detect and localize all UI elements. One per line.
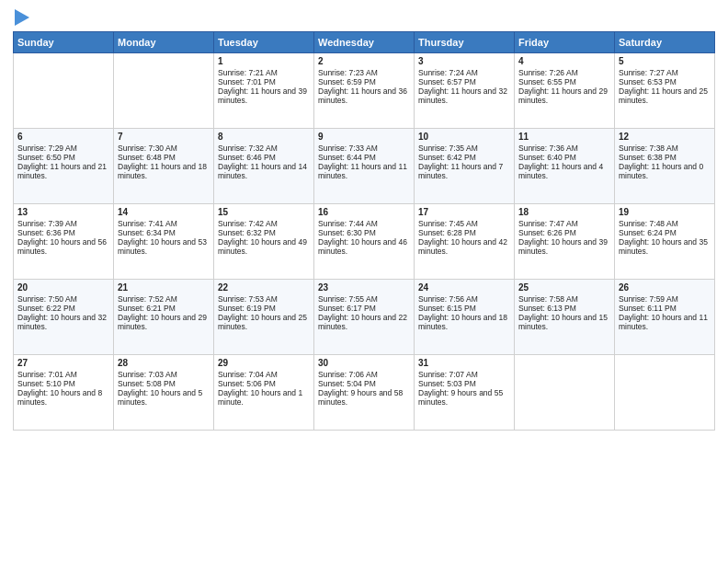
- daylight-text: Daylight: 10 hours and 35 minutes.: [619, 237, 708, 256]
- daylight-text: Daylight: 11 hours and 18 minutes.: [118, 162, 207, 180]
- day-number: 11: [518, 132, 610, 142]
- header-cell-tuesday: Tuesday: [214, 32, 314, 53]
- daylight-text: Daylight: 11 hours and 32 minutes.: [418, 86, 507, 105]
- sunrise-text: Sunrise: 7:23 AM: [318, 68, 378, 77]
- sunset-text: Sunset: 5:06 PM: [218, 379, 276, 388]
- day-cell: 7Sunrise: 7:30 AMSunset: 6:48 PMDaylight…: [114, 129, 214, 204]
- daylight-text: Daylight: 11 hours and 4 minutes.: [518, 162, 603, 180]
- day-cell: 30Sunrise: 7:06 AMSunset: 5:04 PMDayligh…: [314, 355, 415, 431]
- page: SundayMondayTuesdayWednesdayThursdayFrid…: [0, 0, 728, 563]
- sunset-text: Sunset: 5:04 PM: [318, 379, 376, 388]
- sunrise-text: Sunrise: 7:47 AM: [518, 219, 578, 228]
- calendar-table: SundayMondayTuesdayWednesdayThursdayFrid…: [13, 31, 715, 431]
- day-cell: 24Sunrise: 7:56 AMSunset: 6:15 PMDayligh…: [415, 280, 515, 355]
- sunset-text: Sunset: 6:26 PM: [518, 228, 576, 237]
- day-cell: 21Sunrise: 7:52 AMSunset: 6:21 PMDayligh…: [114, 280, 214, 355]
- sunrise-text: Sunrise: 7:52 AM: [118, 294, 177, 304]
- sunset-text: Sunset: 6:50 PM: [17, 153, 75, 162]
- header-cell-friday: Friday: [515, 32, 615, 53]
- daylight-text: Daylight: 11 hours and 29 minutes.: [518, 86, 608, 105]
- week-row-3: 13Sunrise: 7:39 AMSunset: 6:36 PMDayligh…: [14, 204, 715, 280]
- day-number: 10: [418, 132, 510, 142]
- day-cell: 29Sunrise: 7:04 AMSunset: 5:06 PMDayligh…: [214, 355, 314, 431]
- sunrise-text: Sunrise: 7:38 AM: [619, 144, 678, 153]
- daylight-text: Daylight: 11 hours and 39 minutes.: [218, 86, 307, 105]
- day-cell: 22Sunrise: 7:53 AMSunset: 6:19 PMDayligh…: [214, 280, 314, 355]
- day-number: 29: [218, 358, 310, 368]
- sunset-text: Sunset: 5:08 PM: [118, 379, 176, 388]
- daylight-text: Daylight: 10 hours and 39 minutes.: [518, 237, 608, 256]
- sunrise-text: Sunrise: 7:24 AM: [418, 68, 478, 77]
- day-cell: 6Sunrise: 7:29 AMSunset: 6:50 PMDaylight…: [14, 129, 114, 204]
- sunrise-text: Sunrise: 7:21 AM: [218, 68, 278, 77]
- daylight-text: Daylight: 11 hours and 7 minutes.: [418, 162, 503, 180]
- day-number: 27: [17, 358, 109, 368]
- sunrise-text: Sunrise: 7:07 AM: [418, 370, 478, 379]
- day-cell: 18Sunrise: 7:47 AMSunset: 6:26 PMDayligh…: [515, 204, 615, 280]
- daylight-text: Daylight: 10 hours and 49 minutes.: [218, 237, 307, 256]
- day-number: 31: [418, 358, 510, 368]
- day-cell: 19Sunrise: 7:48 AMSunset: 6:24 PMDayligh…: [615, 204, 715, 280]
- sunset-text: Sunset: 6:36 PM: [17, 228, 75, 237]
- day-cell: 20Sunrise: 7:50 AMSunset: 6:22 PMDayligh…: [14, 280, 114, 355]
- sunrise-text: Sunrise: 7:56 AM: [418, 294, 478, 304]
- sunset-text: Sunset: 6:48 PM: [118, 153, 176, 162]
- day-number: 14: [118, 207, 210, 217]
- day-cell: [14, 53, 114, 129]
- sunrise-text: Sunrise: 7:41 AM: [118, 219, 177, 228]
- sunrise-text: Sunrise: 7:06 AM: [318, 370, 378, 379]
- daylight-text: Daylight: 10 hours and 18 minutes.: [418, 313, 507, 331]
- sunrise-text: Sunrise: 7:33 AM: [318, 144, 378, 153]
- daylight-text: Daylight: 11 hours and 25 minutes.: [619, 86, 708, 105]
- day-number: 6: [17, 132, 109, 142]
- day-cell: [615, 355, 715, 431]
- week-row-1: 1Sunrise: 7:21 AMSunset: 7:01 PMDaylight…: [14, 53, 715, 129]
- day-cell: [114, 53, 214, 129]
- day-number: 24: [418, 282, 510, 293]
- week-row-2: 6Sunrise: 7:29 AMSunset: 6:50 PMDaylight…: [14, 129, 715, 204]
- sunrise-text: Sunrise: 7:58 AM: [518, 294, 578, 304]
- day-number: 30: [318, 358, 410, 368]
- sunrise-text: Sunrise: 7:03 AM: [118, 370, 177, 379]
- sunrise-text: Sunrise: 7:01 AM: [17, 370, 77, 379]
- day-cell: 14Sunrise: 7:41 AMSunset: 6:34 PMDayligh…: [114, 204, 214, 280]
- daylight-text: Daylight: 10 hours and 29 minutes.: [118, 313, 207, 331]
- sunset-text: Sunset: 6:19 PM: [218, 304, 276, 313]
- day-cell: 23Sunrise: 7:55 AMSunset: 6:17 PMDayligh…: [314, 280, 415, 355]
- day-number: 8: [218, 132, 310, 142]
- day-number: 15: [218, 207, 310, 217]
- daylight-text: Daylight: 11 hours and 36 minutes.: [318, 86, 407, 105]
- sunset-text: Sunset: 6:38 PM: [619, 153, 677, 162]
- header: [13, 9, 715, 26]
- sunset-text: Sunset: 6:57 PM: [418, 77, 476, 86]
- header-cell-saturday: Saturday: [615, 32, 715, 53]
- day-number: 26: [619, 282, 711, 293]
- day-number: 12: [619, 132, 711, 142]
- header-cell-thursday: Thursday: [415, 32, 515, 53]
- sunrise-text: Sunrise: 7:39 AM: [17, 219, 77, 228]
- day-number: 5: [619, 56, 711, 66]
- logo: [13, 9, 29, 26]
- sunrise-text: Sunrise: 7:30 AM: [118, 144, 177, 153]
- day-number: 3: [418, 56, 510, 66]
- sunset-text: Sunset: 5:10 PM: [17, 379, 75, 388]
- daylight-text: Daylight: 10 hours and 42 minutes.: [418, 237, 507, 256]
- day-number: 28: [118, 358, 210, 368]
- day-number: 7: [118, 132, 210, 142]
- daylight-text: Daylight: 10 hours and 22 minutes.: [318, 313, 407, 331]
- daylight-text: Daylight: 11 hours and 14 minutes.: [218, 162, 307, 180]
- daylight-text: Daylight: 10 hours and 8 minutes.: [17, 388, 102, 407]
- day-number: 9: [318, 132, 410, 142]
- sunset-text: Sunset: 6:42 PM: [418, 153, 476, 162]
- day-cell: 11Sunrise: 7:36 AMSunset: 6:40 PMDayligh…: [515, 129, 615, 204]
- sunset-text: Sunset: 6:24 PM: [619, 228, 677, 237]
- sunset-text: Sunset: 7:01 PM: [218, 77, 276, 86]
- day-cell: 27Sunrise: 7:01 AMSunset: 5:10 PMDayligh…: [14, 355, 114, 431]
- header-cell-sunday: Sunday: [14, 32, 114, 53]
- day-number: 4: [518, 56, 610, 66]
- day-number: 22: [218, 282, 310, 293]
- daylight-text: Daylight: 10 hours and 56 minutes.: [17, 237, 107, 256]
- day-number: 2: [318, 56, 410, 66]
- sunset-text: Sunset: 6:32 PM: [218, 228, 276, 237]
- sunset-text: Sunset: 6:13 PM: [518, 304, 576, 313]
